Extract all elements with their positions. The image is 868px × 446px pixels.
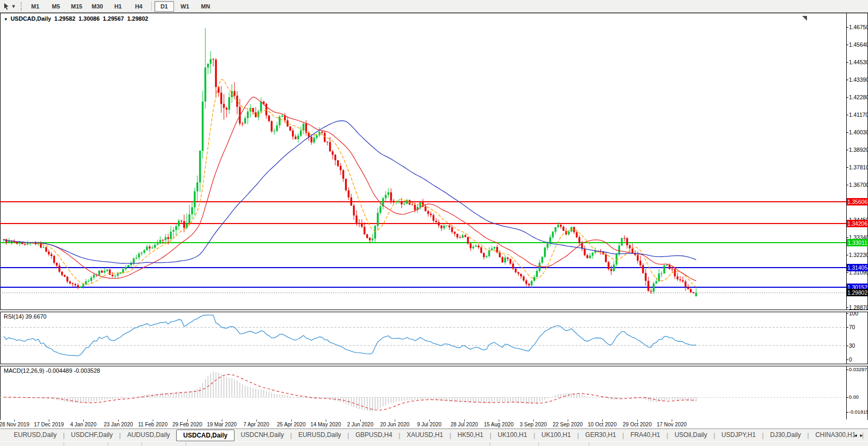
tab-scroll-left-icon[interactable]: ◂ — [854, 432, 860, 438]
collapse-indicator-icon[interactable]: ▼ — [4, 17, 8, 22]
cursor-tool-icon[interactable] — [2, 2, 11, 11]
price-tag: 1.29802 — [847, 289, 868, 296]
top-toolbar: ▼ M1M5M15M30H1H4D1W1MN — [0, 0, 868, 13]
tab-usdcad-daily[interactable]: USDCAD,Daily — [176, 430, 234, 441]
macd-panel-canvas[interactable] — [0, 366, 846, 419]
status-bar-divider — [490, 442, 491, 445]
tab-gbpusd-h4[interactable]: GBPUSD,H4 — [349, 430, 398, 441]
status-bar — [0, 441, 868, 446]
date-tickmark — [153, 419, 153, 422]
status-bar-divider — [142, 442, 143, 445]
date-label: 29 Feb 2020 — [172, 422, 202, 427]
price-tag: 1.35606 — [847, 198, 868, 205]
price-tick-label: 1.36700 — [849, 182, 868, 188]
date-tickmark — [326, 419, 326, 422]
date-tickmark — [14, 419, 15, 422]
rsi-tickmark — [846, 359, 848, 360]
date-tickmark — [637, 419, 638, 422]
price-tick-label: 1.43390 — [849, 76, 868, 83]
price-tag: 1.33011 — [847, 239, 868, 246]
date-label: 19 Mar 2020 — [207, 422, 237, 427]
price-tick-label: 1.40030 — [849, 129, 868, 135]
ohlc-low: 1.29567 — [103, 15, 124, 22]
status-bar-divider — [108, 442, 109, 445]
rsi-label: RSI(14) 39.6670 — [4, 313, 47, 320]
date-label: 28 Nov 2019 — [0, 422, 29, 427]
date-tickmark — [118, 419, 119, 422]
tab-scroll-right-icon[interactable]: ▸ — [860, 432, 866, 438]
timeframe-button-h1[interactable]: H1 — [108, 1, 128, 12]
price-tickmark — [846, 150, 848, 150]
timeframe-button-d1[interactable]: D1 — [154, 1, 174, 12]
macd-tick-label: 0.032972 — [849, 366, 868, 373]
tab-ger30-h1[interactable]: GER30,H1 — [579, 430, 622, 441]
rsi-panel-canvas[interactable] — [0, 312, 846, 364]
price-tick-label: 1.45640 — [849, 41, 868, 48]
rsi-macd-separator[interactable] — [0, 364, 868, 366]
tab-uk100-h1[interactable]: UK100,H1 — [491, 430, 533, 441]
tab-fra40-h1[interactable]: FRA40,H1 — [624, 430, 666, 441]
toolbar-drag-handle[interactable] — [21, 2, 22, 11]
tab-audusd-daily[interactable]: AUDUSD,Daily — [121, 430, 177, 441]
timeframe-button-mn[interactable]: MN — [196, 1, 215, 12]
timeframe-button-m1[interactable]: M1 — [25, 1, 45, 12]
price-tickmark — [846, 255, 848, 255]
timeframe-button-m15[interactable]: M15 — [67, 1, 86, 12]
timeframe-separator — [151, 2, 152, 11]
mt4-trading-platform: { "toolbar": { "cursor_tool_icon": "curs… — [0, 0, 868, 446]
rsi-tickmark — [846, 327, 848, 328]
date-tickmark — [568, 419, 568, 422]
timeframe-group: M1M5M15M30H1H4D1W1MN — [25, 1, 216, 12]
date-label: 22 Sep 2020 — [553, 422, 583, 427]
tab-usdcnh-daily[interactable]: USDCNH,Daily — [235, 430, 290, 441]
tab-eurusd-daily[interactable]: EURUSD,Daily — [7, 430, 63, 441]
date-tickmark — [360, 419, 361, 422]
symbol-tab-bar: EURUSD,Daily|USDCHF,Daily|AUDUSD,DailyUS… — [0, 428, 868, 441]
chart-symbol-label: USDCAD,Daily — [11, 15, 51, 22]
timeframe-button-m30[interactable]: M30 — [88, 1, 107, 12]
tab-eurusd-daily[interactable]: EURUSD,Daily — [292, 430, 348, 441]
ohlc-high: 1.30086 — [79, 15, 100, 22]
price-tick-label: 1.41170 — [849, 112, 868, 118]
tab-uk100-h1[interactable]: UK100,H1 — [535, 430, 577, 441]
status-bar-divider — [539, 442, 540, 445]
chart-shift-marker[interactable] — [802, 16, 807, 21]
date-label: 17 Dec 2019 — [34, 422, 64, 427]
date-label: 11 Feb 2020 — [138, 422, 167, 427]
macd-signal-value: -0.003528 — [74, 367, 100, 374]
date-axis: 28 Nov 201917 Dec 20194 Jan 202023 Jan 2… — [0, 420, 868, 428]
price-tick-label: 1.32230 — [849, 252, 868, 258]
status-bar-divider — [186, 442, 187, 445]
timeframe-button-h4[interactable]: H4 — [129, 1, 149, 12]
price-tick-label: 1.37810 — [849, 164, 868, 170]
tab-xauusd-h1[interactable]: XAUUSD,H1 — [400, 430, 449, 441]
date-tickmark — [291, 419, 292, 422]
main-rsi-separator[interactable] — [0, 310, 868, 312]
chart-title: ▼USDCAD,Daily1.295821.300861.295671.2980… — [4, 15, 148, 22]
macd-main-value: -0.004489 — [46, 367, 72, 374]
tab-usdjpy-h1[interactable]: USDJPY,H1 — [715, 430, 762, 441]
macd-tick-label: 0.00 — [849, 394, 868, 400]
date-tickmark — [602, 419, 603, 422]
rsi-tick-label: 70 — [849, 324, 868, 330]
timeframe-button-m5[interactable]: M5 — [46, 1, 66, 12]
price-tickmark — [846, 80, 848, 80]
price-tickmark — [846, 27, 848, 28]
main-chart-canvas[interactable] — [0, 13, 846, 310]
tab-usdchf-daily[interactable]: USDCHF,Daily — [65, 430, 119, 441]
tab-usoil-daily[interactable]: USOil,Daily — [668, 430, 713, 441]
price-tick-label: 1.38920 — [849, 147, 868, 153]
price-tickmark — [846, 45, 848, 45]
cursor-tool-dropdown-icon[interactable]: ▼ — [11, 4, 16, 9]
date-tickmark — [256, 419, 257, 422]
macd-label: MACD(12,26,9) -0.004489 -0.003528 — [4, 367, 100, 374]
tab-dj30-daily[interactable]: DJ30,Daily — [763, 430, 807, 441]
date-tickmark — [499, 419, 499, 422]
date-label: 9 Jul 2020 — [417, 422, 441, 427]
date-label: 14 May 2020 — [310, 422, 341, 427]
date-tickmark — [672, 419, 672, 422]
tab-hk50-h1[interactable]: HK50,H1 — [451, 430, 490, 441]
timeframe-button-w1[interactable]: W1 — [175, 1, 195, 12]
price-tick-label: 1.42280 — [849, 94, 868, 100]
price-tickmark — [846, 167, 848, 168]
